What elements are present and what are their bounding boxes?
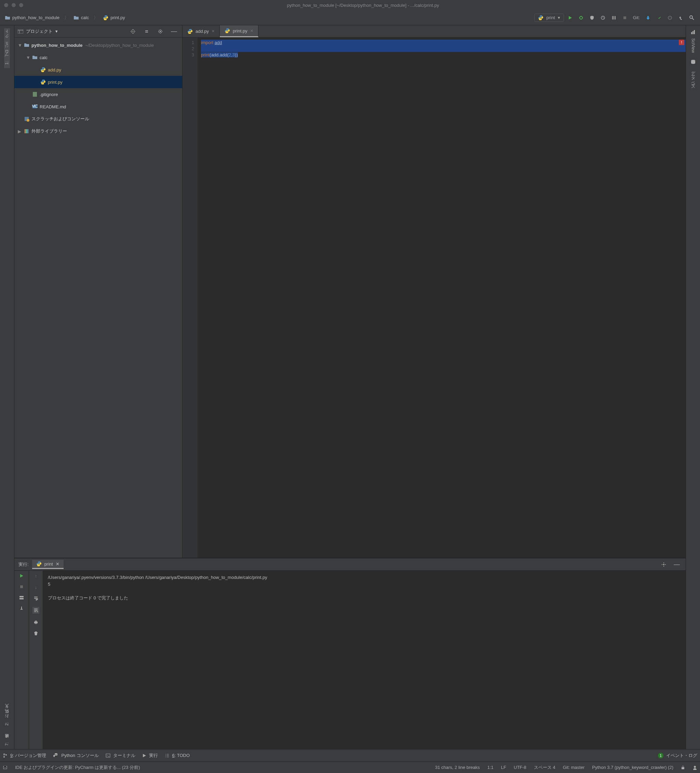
status-indent[interactable]: スペース 4 xyxy=(534,765,555,771)
run-config-label: print xyxy=(546,15,555,20)
breadcrumb-file[interactable]: print.py xyxy=(102,14,127,21)
line-number: 1 xyxy=(183,39,194,46)
svg-point-7 xyxy=(133,31,133,32)
lock-icon[interactable] xyxy=(681,765,685,770)
status-notifications-icon[interactable] xyxy=(3,765,8,770)
status-encoding[interactable]: UTF-8 xyxy=(514,765,526,770)
sciview-toolwindow-button[interactable]: SciView xyxy=(691,35,695,56)
terminal-toolwindow-button[interactable]: ターミナル xyxy=(105,753,135,759)
structure-toolwindow-button[interactable]: 7: 構造 xyxy=(4,738,10,749)
run-toolwindow-button[interactable]: 実行 xyxy=(142,753,158,759)
project-tree[interactable]: ▼ python_how_to_module ~/Desktop/python_… xyxy=(14,38,182,558)
hide-button[interactable]: — xyxy=(672,560,682,569)
settings-button[interactable] xyxy=(155,27,165,36)
close-icon[interactable]: ✕ xyxy=(250,29,253,33)
svg-rect-23 xyxy=(35,623,37,624)
tree-root[interactable]: ▼ python_how_to_module ~/Desktop/python_… xyxy=(14,39,182,51)
python-icon xyxy=(187,29,193,34)
code-line[interactable] xyxy=(201,46,686,52)
close-icon[interactable]: ✕ xyxy=(56,561,59,567)
hide-button[interactable]: — xyxy=(169,27,179,36)
status-caret[interactable]: 1:1 xyxy=(488,765,494,770)
tree-scratches[interactable]: スクラッチおよびコンソール xyxy=(14,113,182,125)
stop-button[interactable] xyxy=(620,13,629,23)
hector-icon[interactable] xyxy=(692,765,697,770)
code-editor[interactable]: 1 2 3 import add print(add.add(2,3)) ! xyxy=(183,38,686,558)
tree-folder-calc[interactable]: ▼ calc xyxy=(14,51,182,64)
up-button[interactable]: ↑ xyxy=(35,574,37,579)
revert-button[interactable] xyxy=(676,13,686,23)
tree-file-add[interactable]: add.py xyxy=(14,64,182,76)
update-project-button[interactable] xyxy=(643,13,653,23)
editor-tab-print[interactable]: print.py ✕ xyxy=(220,25,259,37)
run-config-selector[interactable]: print ▾ xyxy=(534,14,563,22)
python-icon xyxy=(40,79,46,85)
run-button[interactable] xyxy=(565,13,575,23)
todo-toolwindow-button[interactable]: 6: TODO xyxy=(165,753,190,758)
tree-file-print[interactable]: print.py xyxy=(14,76,182,88)
layout-button[interactable] xyxy=(19,595,24,600)
history-button[interactable] xyxy=(665,13,675,23)
gear-icon[interactable] xyxy=(659,560,669,569)
run-panel-tab[interactable]: print ✕ xyxy=(32,560,64,569)
down-button[interactable]: ↓ xyxy=(35,585,37,590)
close-icon[interactable]: ✕ xyxy=(212,29,215,33)
minimize-window-icon[interactable] xyxy=(12,3,16,7)
svg-rect-14 xyxy=(25,129,26,133)
database-toolwindow-button[interactable]: データベース xyxy=(690,65,696,90)
svg-rect-25 xyxy=(692,31,693,34)
close-window-icon[interactable] xyxy=(4,3,8,7)
error-stripe-icon[interactable]: ! xyxy=(679,39,684,45)
commit-button[interactable] xyxy=(654,13,664,23)
gutter[interactable]: 1 2 3 xyxy=(183,38,198,558)
code-content[interactable]: import add print(add.add(2,3)) xyxy=(198,38,686,558)
expand-all-button[interactable] xyxy=(142,27,152,36)
tree-file-readme[interactable]: MD README.md xyxy=(14,100,182,113)
code-line[interactable]: import add xyxy=(201,39,686,46)
clear-button[interactable] xyxy=(33,631,38,636)
svg-point-8 xyxy=(160,31,161,32)
play-icon xyxy=(142,753,146,758)
soft-wrap-button[interactable] xyxy=(33,596,38,601)
toolbar-right: print ▾ Git: xyxy=(534,13,697,23)
python-icon xyxy=(538,15,544,20)
print-button[interactable] xyxy=(33,620,38,625)
status-interpreter[interactable]: Python 3.7 (python_keyword_crawler) (2) xyxy=(592,765,673,770)
scroll-end-button[interactable] xyxy=(33,607,39,614)
concurrency-button[interactable] xyxy=(609,13,619,23)
tree-external-libs[interactable]: ▶ 外部ライブラリー xyxy=(14,125,182,137)
tree-file-gitignore[interactable]: .gitignore xyxy=(14,88,182,100)
svg-point-4 xyxy=(690,16,692,18)
breadcrumb-label: calc xyxy=(81,15,89,20)
tree-label: python_how_to_module xyxy=(31,43,83,48)
code-line[interactable]: print(add.add(2,3)) xyxy=(201,52,686,58)
run-console[interactable]: /Users/ganariya/.pyenv/versions/3.7.3/bi… xyxy=(43,571,686,749)
maximize-window-icon[interactable] xyxy=(19,3,23,7)
database-icon xyxy=(690,59,696,65)
project-panel: プロジェクト ▾ — ▼ python_how_to_module ~/Desk… xyxy=(14,25,183,558)
profile-button[interactable] xyxy=(598,13,608,23)
vcs-toolwindow-button[interactable]: 9: バージョン管理 xyxy=(3,753,46,759)
project-panel-title[interactable]: プロジェクト ▾ xyxy=(18,28,58,35)
event-log-button[interactable]: 1 イベント・ログ xyxy=(658,753,697,759)
python-console-toolwindow-button[interactable]: Python コンソール xyxy=(53,753,99,759)
project-toolwindow-button[interactable]: 1: プロジェクト xyxy=(4,28,10,68)
pin-button[interactable] xyxy=(19,606,24,611)
locate-button[interactable] xyxy=(128,27,138,36)
breadcrumb-calc[interactable]: calc xyxy=(72,14,90,21)
debug-button[interactable] xyxy=(576,13,586,23)
status-git[interactable]: Git: master xyxy=(563,765,585,770)
status-line-sep[interactable]: LF xyxy=(501,765,506,770)
stop-button[interactable] xyxy=(19,584,24,589)
status-message[interactable]: IDE およびプラグインの更新: PyCharm は更新する... (23 分前… xyxy=(15,765,140,771)
coverage-button[interactable] xyxy=(587,13,597,23)
breadcrumb-root[interactable]: python_how_to_module xyxy=(3,14,61,21)
todo-icon xyxy=(165,753,170,758)
svg-point-17 xyxy=(663,564,664,565)
status-chars: 31 chars, 2 line breaks xyxy=(435,765,480,770)
search-button[interactable] xyxy=(687,13,697,23)
favorites-toolwindow-button[interactable]: 2: お気に入り xyxy=(4,703,10,729)
editor-tab-add[interactable]: add.py ✕ xyxy=(183,25,220,37)
window-controls[interactable] xyxy=(4,3,23,7)
rerun-button[interactable] xyxy=(19,574,24,578)
